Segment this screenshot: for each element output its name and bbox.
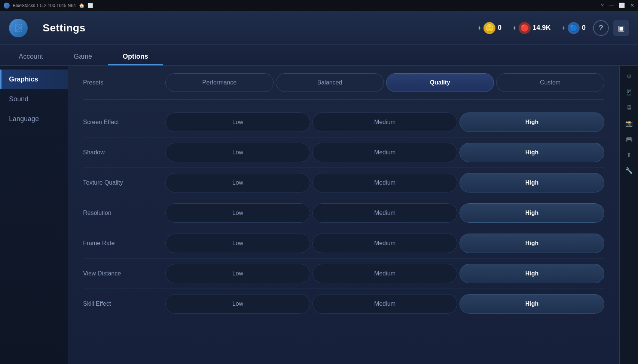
- skill-effect-medium-button[interactable]: Medium: [312, 294, 457, 314]
- gems-amount: 14.9K: [533, 24, 551, 32]
- resolution-buttons: Low Medium High: [165, 203, 604, 223]
- screen-effect-low-button[interactable]: Low: [165, 112, 310, 132]
- frame-rate-row: Frame Rate Low Medium High: [83, 228, 604, 259]
- view-distance-row: View Distance Low Medium High: [83, 259, 604, 289]
- title-bar-left: BlueStacks 1 5.2.100.1045 N64 🏠 ⬜: [4, 3, 93, 9]
- right-panel-icon-2[interactable]: 📱: [622, 85, 636, 99]
- texture-quality-label: Texture Quality: [83, 179, 165, 186]
- frame-rate-low-button[interactable]: Low: [165, 234, 310, 253]
- title-bar: BlueStacks 1 5.2.100.1045 N64 🏠 ⬜ ? — ⬜ …: [0, 0, 638, 11]
- shadow-label: Shadow: [83, 149, 165, 156]
- view-distance-high-button[interactable]: High: [460, 264, 604, 283]
- shadow-low-button[interactable]: Low: [165, 143, 310, 162]
- title-bar-controls: ? — ⬜ ✕: [601, 3, 634, 8]
- bluestacks-logo: [4, 3, 10, 9]
- view-distance-label: View Distance: [83, 270, 165, 277]
- tickets-icon: 🔵: [568, 22, 580, 34]
- right-panel-icon-1[interactable]: ⚙: [622, 70, 636, 83]
- preset-performance-button[interactable]: Performance: [165, 73, 274, 92]
- right-panel: ⚙ 📱 🖥 📸 🎮 ⬆ 🔧: [619, 66, 638, 364]
- right-panel-icon-3[interactable]: 🖥: [622, 101, 636, 114]
- tab-game[interactable]: Game: [59, 49, 107, 65]
- app-title: BlueStacks 1 5.2.100.1045 N64: [13, 3, 76, 8]
- screen-effect-high-button[interactable]: High: [460, 112, 604, 132]
- coins-currency[interactable]: + 🪙 0: [478, 22, 501, 34]
- texture-quality-row: Texture Quality Low Medium High: [83, 168, 604, 198]
- app-logo-icon: [9, 19, 28, 37]
- header: Settings + 🪙 0 + 🔴 14.9K + 🔵 0 ? ▣: [0, 11, 638, 45]
- coins-plus: +: [478, 25, 481, 31]
- content-area: Presets Performance Balanced Quality Cus…: [68, 66, 619, 364]
- tickets-currency[interactable]: + 🔵 0: [562, 22, 586, 34]
- skill-effect-label: Skill Effect: [83, 300, 165, 307]
- view-distance-medium-button[interactable]: Medium: [312, 264, 457, 283]
- presets-label: Presets: [83, 79, 165, 86]
- gems-currency[interactable]: + 🔴 14.9K: [513, 22, 550, 34]
- sidebar-item-sound[interactable]: Sound: [0, 89, 68, 109]
- shadow-high-button[interactable]: High: [460, 143, 604, 162]
- preset-balanced-button[interactable]: Balanced: [276, 73, 384, 92]
- main-layout: Graphics Sound Language Presets Performa…: [0, 66, 638, 364]
- header-layout-button[interactable]: ▣: [613, 20, 629, 36]
- page-title: Settings: [43, 22, 85, 34]
- resolution-high-button[interactable]: High: [460, 203, 604, 223]
- sidebar: Graphics Sound Language: [0, 66, 68, 364]
- texture-quality-high-button[interactable]: High: [460, 173, 604, 192]
- skill-effect-high-button[interactable]: High: [460, 294, 604, 314]
- texture-quality-buttons: Low Medium High: [165, 173, 604, 192]
- presets-row: Presets Performance Balanced Quality Cus…: [83, 73, 604, 100]
- presets-buttons: Performance Balanced Quality Custom: [165, 73, 604, 92]
- skill-effect-buttons: Low Medium High: [165, 294, 604, 314]
- currency-display: + 🪙 0 + 🔴 14.9K + 🔵 0: [478, 22, 586, 34]
- resolution-label: Resolution: [83, 210, 165, 216]
- resolution-row: Resolution Low Medium High: [83, 198, 604, 228]
- right-panel-icon-5[interactable]: 🎮: [622, 132, 636, 146]
- texture-quality-medium-button[interactable]: Medium: [312, 173, 457, 192]
- gems-plus: +: [513, 25, 516, 31]
- frame-rate-buttons: Low Medium High: [165, 234, 604, 253]
- shadow-row: Shadow Low Medium High: [83, 138, 604, 168]
- tickets-plus: +: [562, 25, 565, 31]
- coins-icon: 🪙: [483, 22, 495, 34]
- frame-rate-medium-button[interactable]: Medium: [312, 234, 457, 253]
- help-button[interactable]: ?: [593, 20, 609, 36]
- screen-effect-medium-button[interactable]: Medium: [312, 112, 457, 132]
- skill-effect-row: Skill Effect Low Medium High: [83, 289, 604, 319]
- frame-rate-label: Frame Rate: [83, 240, 165, 247]
- tab-bar: Account Game Options: [0, 45, 638, 66]
- tab-account[interactable]: Account: [4, 49, 58, 65]
- right-panel-icon-6[interactable]: ⬆: [622, 148, 636, 161]
- texture-quality-low-button[interactable]: Low: [165, 173, 310, 192]
- home-icon[interactable]: 🏠: [79, 3, 85, 8]
- right-panel-icon-7[interactable]: 🔧: [622, 164, 636, 177]
- shadow-medium-button[interactable]: Medium: [312, 143, 457, 162]
- view-distance-low-button[interactable]: Low: [165, 264, 310, 283]
- resolution-medium-button[interactable]: Medium: [312, 203, 457, 223]
- tickets-amount: 0: [582, 24, 586, 32]
- preset-custom-button[interactable]: Custom: [496, 73, 604, 92]
- resolution-low-button[interactable]: Low: [165, 203, 310, 223]
- sidebar-item-language[interactable]: Language: [0, 109, 68, 129]
- preset-quality-button[interactable]: Quality: [386, 73, 494, 92]
- tab-options[interactable]: Options: [108, 49, 163, 65]
- screen-effect-row: Screen Effect Low Medium High: [83, 107, 604, 138]
- shadow-buttons: Low Medium High: [165, 143, 604, 162]
- screen-effect-label: Screen Effect: [83, 119, 165, 126]
- frame-rate-high-button[interactable]: High: [460, 234, 604, 253]
- help-titlebar-icon[interactable]: ?: [601, 3, 604, 8]
- view-distance-buttons: Low Medium High: [165, 264, 604, 283]
- skill-effect-low-button[interactable]: Low: [165, 294, 310, 314]
- gems-icon: 🔴: [519, 22, 531, 34]
- right-panel-icon-4[interactable]: 📸: [622, 117, 636, 130]
- maximize-button[interactable]: ⬜: [619, 3, 625, 8]
- header-logo: [9, 19, 28, 37]
- close-button[interactable]: ✕: [630, 3, 634, 8]
- minimize-button[interactable]: —: [609, 3, 614, 8]
- coins-amount: 0: [498, 24, 501, 32]
- screen-effect-buttons: Low Medium High: [165, 112, 604, 132]
- windows-icon[interactable]: ⬜: [88, 3, 93, 8]
- sidebar-item-graphics[interactable]: Graphics: [0, 70, 68, 89]
